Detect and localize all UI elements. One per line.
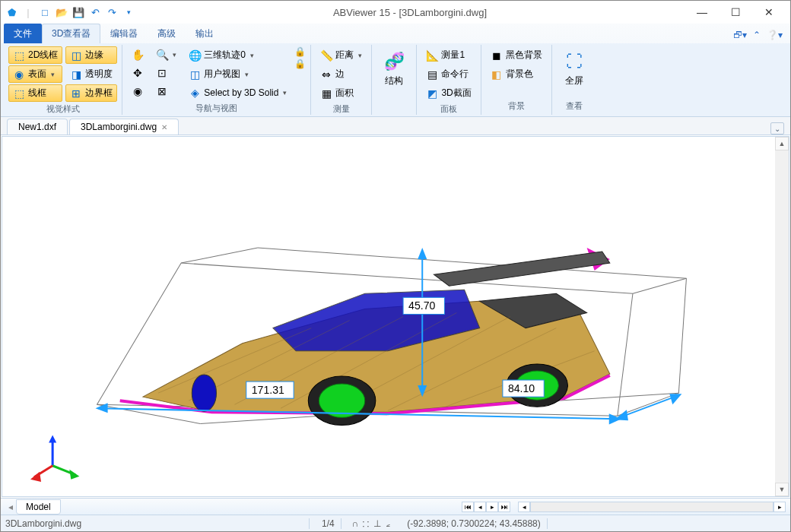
svg-line-9 — [181, 248, 258, 263]
btn-icon1[interactable]: ✋ — [127, 46, 148, 63]
vertical-scrollbar[interactable]: ▲ ▼ — [775, 137, 789, 496]
status-page: 1/4 — [316, 518, 341, 529]
btn-userview[interactable]: ◫用户视图▾ — [184, 65, 291, 83]
btn-edges[interactable]: ◫边缘 — [65, 46, 117, 64]
btn-structure[interactable]: 🧬 结构 — [376, 46, 411, 91]
status-filename: 3DLamborgini.dwg — [5, 518, 310, 529]
close-icon[interactable]: ✕ — [161, 123, 167, 131]
quick-access-toolbar: ⬟ | □ 📂 💾 ↶ ↷ ▾ — [5, 6, 135, 18]
btn-edge[interactable]: ⇔边 — [316, 65, 367, 83]
dim-height: 45.70 — [408, 299, 435, 312]
tab-file[interactable]: 文件 — [4, 24, 42, 43]
btn-transparency[interactable]: ◨透明度 — [65, 65, 117, 83]
save-icon[interactable]: 💾 — [72, 6, 84, 18]
btn-select3d[interactable]: ◈Select by 3D Solid▾ — [184, 84, 291, 101]
status-bar: 3DLamborgini.dwg 1/4 ∩ ⸬ ⊥ ⦟ (-92.3898; … — [1, 515, 790, 531]
app-options-icon[interactable]: 🗗▾ — [733, 30, 747, 40]
tab-advanced[interactable]: 高级 — [148, 24, 186, 43]
new-icon[interactable]: □ — [39, 6, 51, 18]
scroll-up-icon[interactable]: ▲ — [775, 137, 789, 150]
btn-icon5[interactable]: ⊡ — [151, 65, 181, 81]
btn-3dsection[interactable]: ◩3D截面 — [421, 84, 475, 102]
btn-area[interactable]: ▦面积 — [316, 84, 367, 102]
doctab-3dlamborgini[interactable]: 3DLamborgini.dwg✕ — [69, 119, 179, 135]
btn-icon4[interactable]: 🔍▾ — [151, 46, 181, 63]
horizontal-scrollbar[interactable]: ⏮ ◂ ▸ ⏭ — [462, 502, 510, 512]
btn-wireframe[interactable]: ⬚线框 — [8, 84, 62, 102]
btn-black-bg[interactable]: ◼黑色背景 — [486, 46, 547, 64]
minimize-button[interactable]: — — [685, 2, 719, 23]
group-label: 测量 — [316, 102, 367, 116]
help-icon[interactable]: ❔▾ — [767, 30, 783, 40]
group-label: 面板 — [421, 102, 475, 116]
svg-marker-37 — [669, 394, 681, 404]
group-view: ⛶ 全屏 查看 — [552, 45, 596, 115]
maximize-button[interactable]: ☐ — [719, 2, 752, 23]
cube-icon[interactable]: ⬟ — [5, 6, 17, 18]
group-visual-style: ⬚2D线框 ◉表面▾ ⬚线框 ◫边缘 ◨透明度 ⊞边界框 视觉样式 — [4, 45, 122, 115]
tab-output[interactable]: 输出 — [186, 24, 224, 43]
lock-icon[interactable]: 🔒 — [294, 59, 306, 69]
group-measure: 📏距离▾ ⇔边 ▦面积 测量 — [311, 45, 372, 115]
cube-icon: ⬚ — [13, 87, 25, 100]
hscroll-left-icon[interactable]: ◂ — [518, 502, 530, 512]
tab-3dviewer[interactable]: 3D查看器 — [42, 24, 100, 43]
svg-line-7 — [633, 278, 686, 293]
magnet-icon[interactable]: ∩ — [352, 518, 359, 529]
axes-icon: ✥ — [132, 67, 144, 79]
tab-nav-next-icon[interactable]: ▸ — [486, 502, 498, 512]
qat-dropdown-icon[interactable]: ▾ — [122, 6, 135, 18]
btn-orbit[interactable]: 🌐三维轨迹0▾ — [184, 46, 291, 64]
zoom-icon: 🔍 — [156, 49, 168, 61]
tab-first-icon[interactable]: ◂ — [5, 502, 16, 512]
tab-nav-last-icon[interactable]: ⏭ — [498, 502, 510, 512]
undo-icon[interactable]: ↶ — [89, 6, 101, 18]
dna-icon: 🧬 — [384, 50, 405, 73]
svg-point-26 — [192, 375, 216, 411]
btn-measure-panel[interactable]: 📐测量1 — [421, 46, 475, 64]
redo-icon[interactable]: ↷ — [106, 6, 118, 18]
grid-icon[interactable]: ⸬ — [363, 518, 369, 529]
collapse-ribbon-icon[interactable]: ⌃ — [753, 30, 761, 40]
svg-line-8 — [678, 278, 686, 393]
tab-nav-prev-icon[interactable]: ◂ — [474, 502, 486, 512]
btn-icon6[interactable]: ⊠ — [151, 83, 181, 100]
svg-marker-28 — [418, 248, 427, 259]
btn-cmdline[interactable]: ▤命令行 — [421, 65, 475, 83]
color-icon: ◧ — [491, 68, 503, 81]
lock-icon[interactable]: 🔒 — [294, 46, 306, 57]
hscroll-right-icon[interactable]: ▸ — [774, 502, 786, 512]
axis-gizmo — [30, 435, 79, 481]
btn-bbox[interactable]: ⊞边界框 — [65, 84, 117, 102]
btn-2d-wireframe[interactable]: ⬚2D线框 — [8, 46, 62, 64]
btn-bg-color[interactable]: ◧背景色 — [486, 65, 547, 83]
perp-icon[interactable]: ⊥ — [373, 518, 381, 529]
btn-icon2[interactable]: ✥ — [127, 65, 148, 81]
btn-icon3[interactable]: ◉ — [127, 83, 148, 100]
model-tab-bar: ◂ Model ⏮ ◂ ▸ ⏭ ◂ ▸ — [1, 498, 790, 515]
edge-icon: ⇔ — [320, 68, 332, 81]
status-coords: (-92.3898; 0.7300224; 43.45888) — [401, 518, 547, 529]
doctab-options[interactable]: ⌄ — [770, 122, 784, 135]
orbit-icon: 🌐 — [189, 49, 201, 62]
cylinder-icon: ◉ — [13, 68, 25, 81]
tab-model[interactable]: Model — [16, 499, 61, 515]
terminal-icon: ▤ — [426, 68, 438, 81]
3d-viewport[interactable]: 45.70 171.31 84.10 ▲ ▼ — [2, 136, 789, 497]
btn-surface[interactable]: ◉表面▾ — [8, 65, 62, 83]
cube-icon: ◈ — [189, 87, 201, 99]
angle-icon[interactable]: ⦟ — [386, 518, 390, 529]
tab-nav-first-icon[interactable]: ⏮ — [462, 502, 474, 512]
fullscreen-icon: ⛶ — [566, 50, 583, 73]
svg-marker-42 — [69, 470, 79, 480]
btn-fullscreen[interactable]: ⛶ 全屏 — [557, 46, 592, 91]
hand-icon: ✋ — [132, 49, 144, 61]
group-label — [376, 110, 411, 113]
close-button[interactable]: ✕ — [752, 2, 786, 23]
tab-editor[interactable]: 编辑器 — [100, 24, 148, 43]
doctab-new1[interactable]: New1.dxf — [7, 119, 68, 135]
open-icon[interactable]: 📂 — [56, 6, 68, 18]
cube-icon: ◨ — [70, 68, 82, 81]
scroll-down-icon[interactable]: ▼ — [775, 483, 789, 496]
btn-distance[interactable]: 📏距离▾ — [316, 46, 367, 64]
